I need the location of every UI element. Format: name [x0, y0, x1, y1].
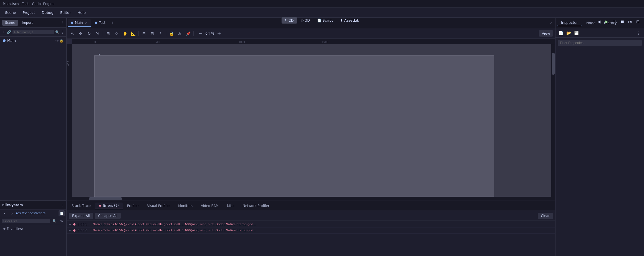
fs-search-icon[interactable]: 🔍: [51, 218, 57, 224]
toolbar-sep-4: [193, 31, 194, 36]
fs-favorites: ★ Favorites:: [1, 226, 65, 232]
canvas-viewport[interactable]: ✛: [72, 44, 555, 201]
expand-all-btn[interactable]: Expand All: [69, 213, 93, 219]
zoom-out-btn[interactable]: −: [197, 30, 204, 37]
more-btn[interactable]: ⋮: [157, 30, 164, 37]
error-list: ▶ 0:00:0... NativeCalls.cs:6156 @ void G…: [67, 221, 555, 256]
anchor-btn[interactable]: ⚓: [176, 30, 183, 37]
tab-scene[interactable]: Scene: [2, 20, 18, 26]
tab-main[interactable]: Main ✕: [68, 19, 91, 27]
open-scene-icon[interactable]: 📂: [565, 30, 572, 36]
tab-inspector[interactable]: Inspector: [557, 19, 582, 26]
mode-2d-btn[interactable]: ↻ 2D: [281, 17, 297, 24]
tab-network-profiler[interactable]: Network Profiler: [239, 203, 273, 209]
tree-item-main[interactable]: Main 👁 🔒: [1, 38, 65, 43]
lock-icon[interactable]: 🔒: [59, 39, 64, 43]
main-tab-close[interactable]: ✕: [85, 21, 88, 25]
next-btn[interactable]: ⏭: [627, 18, 633, 25]
tab-stack-trace[interactable]: Stack Trace: [68, 203, 95, 209]
scrollbar-horizontal[interactable]: [72, 197, 551, 201]
editor-toolbar: ↖ ✥ ↻ ⇲ ⊞ ⊹ ✋ 📐 ⊞ ⊟ ⋮ 🔒 ⚓ 📌 − 64 % + Vi: [67, 28, 555, 39]
tab-test[interactable]: Test: [92, 20, 109, 26]
bottom-toolbar: Expand All Collapse All Clear: [67, 211, 555, 221]
scale-tool-btn[interactable]: ⇲: [94, 30, 101, 37]
fs-forward-btn[interactable]: ›: [9, 210, 15, 216]
error-row-0[interactable]: ▶ 0:00:0... NativeCalls.cs:6156 @ void G…: [67, 221, 555, 227]
filesystem-panel: FileSystem ⋮ ‹ › res://Sences/Test.ts 📄 …: [0, 201, 66, 256]
view-btn[interactable]: View: [539, 30, 553, 37]
group-btn[interactable]: ⊞: [140, 30, 148, 37]
scene-panel-header: Scene Import ⋮: [0, 18, 66, 28]
fs-back-btn[interactable]: ‹: [2, 210, 8, 216]
menu-debug[interactable]: Debug: [39, 9, 56, 16]
rotate-tool-btn[interactable]: ↻: [85, 30, 93, 37]
mode-script-btn[interactable]: 📄 Script: [314, 17, 336, 24]
fs-file-icon[interactable]: 📄: [59, 210, 65, 216]
scrollbar-v-thumb[interactable]: [552, 53, 555, 75]
scrollbar-h-thumb[interactable]: [89, 197, 122, 200]
tab-misc[interactable]: Misc: [223, 203, 238, 209]
menu-help[interactable]: Help: [75, 9, 89, 16]
tab-profiler[interactable]: Profiler: [123, 203, 143, 209]
main-node-actions: 👁 🔒: [55, 39, 64, 43]
collapse-all-btn[interactable]: Collapse All: [95, 213, 121, 219]
add-node-btn[interactable]: +: [2, 29, 6, 35]
visibility-icon[interactable]: 👁: [55, 39, 59, 43]
fs-filter: 🔍 ⇅: [0, 217, 66, 225]
filter-properties-input[interactable]: [558, 40, 642, 46]
scene-filter-input[interactable]: [12, 30, 54, 34]
fs-menu-btn[interactable]: ⋮: [60, 203, 64, 207]
link-btn[interactable]: 🔗: [7, 29, 11, 35]
transform-btn[interactable]: ⊹: [113, 30, 120, 37]
move-tool-btn[interactable]: ✥: [77, 30, 84, 37]
cube-icon: ⬡: [301, 19, 304, 22]
error-expand-1[interactable]: ▶: [69, 229, 71, 232]
main-node-dot: [3, 39, 6, 42]
tab-monitors[interactable]: Monitors: [174, 203, 196, 209]
menu-bar: Scene Project Debug Editor Help ↻ 2D ⬡ 3…: [0, 8, 644, 18]
scene-panel-menu[interactable]: ⋮: [60, 21, 64, 25]
scene-content[interactable]: [94, 55, 494, 198]
ruler-horizontal: 0 500 1000 1500: [72, 39, 555, 44]
pause-btn[interactable]: ⏸: [611, 18, 618, 25]
error-row-1[interactable]: ▶ 0:00:0... NativeCalls.cs:6156 @ void G…: [67, 227, 555, 234]
tab-errors[interactable]: Errors (9): [95, 203, 123, 209]
clear-btn[interactable]: Clear: [538, 213, 553, 219]
fs-filter-input[interactable]: [2, 219, 50, 223]
menu-scene[interactable]: Scene: [2, 9, 19, 16]
error-expand-0[interactable]: ▶: [69, 223, 71, 226]
scrollbar-vertical[interactable]: [551, 44, 555, 201]
main-tab-dot: [71, 22, 73, 24]
stop-btn[interactable]: ⏹: [619, 18, 626, 25]
scene-options-btn[interactable]: ⋮: [60, 29, 65, 35]
play-btn[interactable]: ▶: [603, 18, 610, 25]
ruler-tool-btn[interactable]: 📐: [130, 30, 137, 37]
window-btn[interactable]: ⊞: [635, 18, 641, 25]
ruler-ticks-h: 0 500 1000 1500: [72, 39, 555, 44]
mode-3d-btn[interactable]: ⬡ 3D: [298, 17, 314, 24]
snap-grid-btn[interactable]: ⊞: [105, 30, 112, 37]
pin-btn[interactable]: 📌: [185, 30, 192, 37]
prev-btn[interactable]: ◀: [596, 18, 602, 25]
menu-project[interactable]: Project: [20, 9, 38, 16]
bottom-panel: Stack Trace Errors (9) Profiler Visual P…: [67, 201, 555, 256]
search-icon[interactable]: 🔍: [55, 29, 59, 35]
tab-video-ram[interactable]: Video RAM: [197, 203, 223, 209]
zoom-in-btn[interactable]: +: [216, 30, 223, 37]
align-btn[interactable]: ⊟: [149, 30, 156, 37]
mode-assetlib-btn[interactable]: ⬇ AssetLib: [337, 17, 363, 24]
fs-sort-icon[interactable]: ⇅: [59, 218, 65, 224]
new-scene-icon[interactable]: 📄: [558, 30, 564, 36]
ruler-vertical: 500: [67, 44, 72, 201]
tab-import[interactable]: Import: [19, 20, 36, 26]
insp-more-icon[interactable]: ⋮: [636, 30, 642, 36]
tab-expand-btn[interactable]: ⤢: [547, 20, 554, 26]
select-tool-btn[interactable]: ↖: [69, 30, 76, 37]
tab-visual-profiler[interactable]: Visual Profiler: [143, 203, 174, 209]
menu-editor[interactable]: Editor: [57, 9, 74, 16]
pan-tool-btn[interactable]: ✋: [121, 30, 128, 37]
zoom-unit: %: [211, 31, 214, 35]
save-scene-icon[interactable]: 💾: [573, 30, 579, 36]
add-tab-btn[interactable]: +: [109, 20, 116, 26]
lock-btn[interactable]: 🔒: [168, 30, 175, 37]
